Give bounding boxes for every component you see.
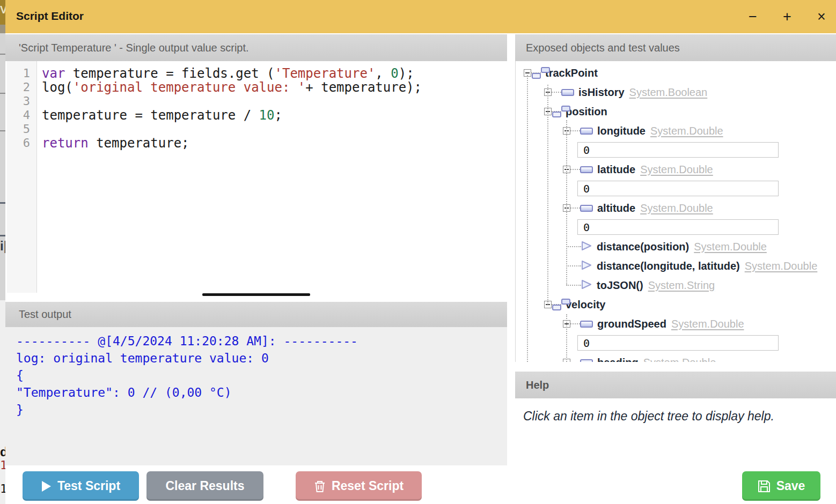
dialog-title: Script Editor bbox=[16, 10, 84, 23]
tree-node-label: longitude bbox=[597, 125, 646, 137]
code-line[interactable]: 5 bbox=[5, 122, 507, 136]
code-text bbox=[37, 122, 42, 136]
object-tree: trackPointisHistorySystem.Booleanpositio… bbox=[515, 61, 836, 362]
tree-connector bbox=[570, 169, 580, 170]
script-description-text: 'Script Temperature ' - Single output va… bbox=[19, 42, 249, 54]
tree-node-label: velocity bbox=[566, 299, 605, 311]
code-line[interactable]: 2log('original temperature value: '+ tem… bbox=[5, 80, 507, 94]
tree-node-type-link[interactable]: System.Double bbox=[745, 260, 818, 272]
background-page-fragment bbox=[0, 25, 5, 33]
background-divider bbox=[0, 202, 5, 204]
property-icon bbox=[561, 89, 574, 96]
tree-node-trackpoint[interactable]: trackPoint bbox=[516, 63, 836, 83]
tree-value-input-latitude[interactable] bbox=[577, 181, 779, 196]
floppy-disk-icon bbox=[758, 480, 771, 493]
tree-connector bbox=[570, 130, 580, 131]
tree-value-row bbox=[516, 140, 836, 160]
method-icon bbox=[581, 260, 592, 272]
trash-icon bbox=[314, 480, 326, 493]
tree-node-label: altitude bbox=[597, 202, 635, 214]
background-page-fragment: i| bbox=[0, 240, 5, 253]
tree-node-distance-longitude-latitude[interactable]: distance(longitude, latitude)System.Doub… bbox=[516, 256, 836, 276]
tree-value-input-longitude[interactable] bbox=[577, 142, 779, 158]
test-output-line: "Temperature": 0 // (0,00 °C) bbox=[16, 384, 507, 401]
tree-node-latitude[interactable]: latitudeSystem.Double bbox=[516, 160, 836, 179]
help-header: Help bbox=[515, 372, 836, 398]
test-output-title: Test output bbox=[19, 308, 71, 321]
tree-node-distance-position[interactable]: distance(position)System.Double bbox=[516, 237, 836, 256]
object-tree-header: Exposed objects and test values bbox=[515, 34, 836, 61]
tree-node-tojson[interactable]: toJSON()System.String bbox=[516, 276, 836, 295]
background-page-fragment: d bbox=[0, 446, 5, 458]
test-output-header: Test output bbox=[5, 302, 507, 327]
tree-node-velocity[interactable]: velocity bbox=[516, 295, 836, 314]
tree-value-input-altitude[interactable] bbox=[577, 219, 779, 235]
background-page-fragment bbox=[0, 33, 5, 300]
tree-node-type-link[interactable]: System.Double bbox=[671, 318, 744, 330]
background-page-fragment: 1 bbox=[0, 459, 5, 472]
tree-node-longitude[interactable]: longitudeSystem.Double bbox=[516, 121, 836, 140]
code-editor[interactable]: 1var temperature = fields.get ('Temperat… bbox=[5, 61, 507, 300]
tree-guide-line bbox=[566, 120, 567, 285]
code-text: return temperature; bbox=[37, 136, 189, 150]
test-output-line: { bbox=[16, 367, 507, 384]
tree-connector bbox=[570, 323, 580, 324]
splitter-drag-handle[interactable] bbox=[202, 293, 310, 296]
object-tree-title: Exposed objects and test values bbox=[526, 42, 680, 54]
maximize-button[interactable]: + bbox=[779, 8, 795, 26]
tree-value-row bbox=[516, 179, 836, 198]
tree-value-row bbox=[516, 218, 836, 237]
tree-node-label: isHistory bbox=[578, 86, 625, 99]
code-line[interactable]: 4temperature = temperature / 10; bbox=[5, 108, 507, 122]
line-number: 5 bbox=[5, 122, 37, 136]
tree-node-type-link[interactable]: System.Double bbox=[650, 125, 723, 137]
background-divider bbox=[0, 54, 5, 55]
method-icon bbox=[581, 241, 592, 253]
tree-node-groundspeed[interactable]: groundSpeedSystem.Double bbox=[516, 314, 836, 333]
tree-node-label: position bbox=[566, 106, 607, 118]
property-icon bbox=[580, 128, 593, 135]
code-lines[interactable]: 1var temperature = fields.get ('Temperat… bbox=[5, 66, 507, 150]
reset-script-button[interactable]: Reset Script bbox=[296, 471, 422, 501]
tree-node-label: heading bbox=[597, 357, 639, 362]
code-text: log('original temperature value: '+ temp… bbox=[37, 80, 422, 94]
close-button[interactable]: × bbox=[813, 8, 830, 26]
tree-node-label: distance(longitude, latitude) bbox=[597, 260, 740, 272]
tree-node-heading[interactable]: headingSystem.Double bbox=[516, 353, 836, 362]
tree-connector bbox=[570, 207, 580, 209]
test-output-console: ---------- @[4/5/2024 11:20:28 AM]: ----… bbox=[5, 327, 507, 465]
property-icon bbox=[580, 205, 593, 212]
tree-node-type-link[interactable]: System.Double bbox=[640, 202, 713, 214]
clear-results-button[interactable]: Clear Results bbox=[146, 471, 263, 501]
code-line[interactable]: 1var temperature = fields.get ('Temperat… bbox=[5, 66, 507, 80]
tree-value-input-groundspeed[interactable] bbox=[577, 335, 779, 351]
tree-node-label: latitude bbox=[597, 164, 635, 176]
minimize-button[interactable]: − bbox=[745, 8, 761, 26]
code-line[interactable]: 3 bbox=[5, 94, 507, 108]
tree-node-type-link[interactable]: System.String bbox=[648, 279, 715, 292]
tree-connector bbox=[566, 265, 581, 266]
property-icon bbox=[580, 321, 593, 328]
test-script-button[interactable]: Test Script bbox=[23, 471, 139, 501]
property-icon bbox=[580, 359, 593, 362]
tree-guide-line bbox=[527, 75, 528, 362]
line-number: 2 bbox=[5, 80, 37, 94]
tree-connector bbox=[552, 92, 561, 93]
tree-node-ishistory[interactable]: isHistorySystem.Boolean bbox=[516, 83, 836, 102]
tree-node-type-link[interactable]: System.Double bbox=[640, 164, 713, 176]
test-output-line: log: original temperature value: 0 bbox=[16, 350, 507, 367]
script-description-header: 'Script Temperature ' - Single output va… bbox=[5, 34, 507, 61]
tree-node-altitude[interactable]: altitudeSystem.Double bbox=[516, 198, 836, 218]
code-text: temperature = temperature / 10; bbox=[37, 108, 282, 122]
tree-node-type-link[interactable]: System.Double bbox=[643, 357, 716, 362]
dialog-titlebar[interactable]: Script Editor − + × bbox=[5, 0, 836, 33]
help-placeholder-text: Click an item in the object tree to disp… bbox=[523, 409, 824, 424]
save-button[interactable]: Save bbox=[742, 471, 820, 501]
tree-node-label: trackPoint bbox=[545, 67, 598, 79]
tree-node-type-link[interactable]: System.Boolean bbox=[629, 86, 708, 99]
tree-node-type-link[interactable]: System.Double bbox=[694, 241, 767, 253]
background-page-fragment: 1 bbox=[0, 483, 5, 495]
tree-guide-line bbox=[547, 85, 548, 305]
tree-node-position[interactable]: position bbox=[516, 102, 836, 121]
code-line[interactable]: 6return temperature; bbox=[5, 136, 507, 150]
